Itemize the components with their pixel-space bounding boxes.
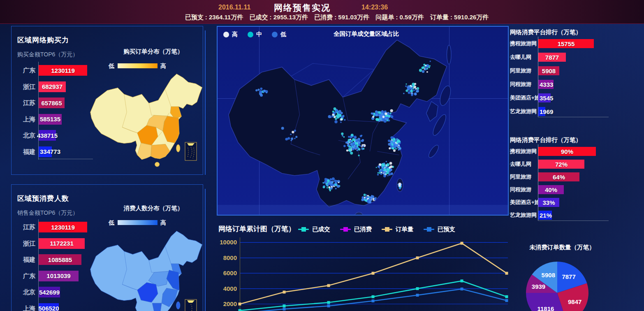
map-legend-item: 中 [248, 31, 262, 38]
line-chart-plot: 200040006000800010000 [217, 220, 509, 311]
south-china-sea-inset [185, 142, 197, 161]
rank-axis [538, 144, 538, 220]
legend-marker-icon [298, 229, 309, 230]
dist-title: 消费人数分布（万笔） [110, 204, 197, 212]
bar-value: 3545 [540, 95, 553, 102]
line-chart-legend: 已成交已消费订单量已预支 [298, 225, 455, 233]
legend-square-icon [301, 227, 306, 232]
cumulative-orders-line-chart: 网络订单累计图（万笔） 已成交已消费订单量已预支 200040006000800… [217, 220, 509, 311]
bar: 21% [538, 211, 552, 220]
header-banner: 2016.11.11 网络预售实况 14:23:36 已预支2364.11万件 … [0, 0, 644, 24]
legend-label: 已成交 [312, 225, 330, 233]
bar-value: 1230119 [51, 67, 75, 74]
bar: 1172231 [39, 238, 85, 249]
pie-title: 未消费订单数量（万笔） [519, 244, 605, 251]
bar-value: 1969 [540, 108, 553, 115]
bar-category-label: 广东 [12, 65, 35, 76]
bar: 3545 [538, 93, 551, 102]
map-title: 全国订单成交量区域占比 [334, 30, 399, 38]
bar-row: 同程旅游4333 [510, 80, 642, 89]
bar-category-label: 广东 [12, 271, 35, 281]
map-legend-item: 低 [272, 31, 286, 38]
line-legend-item: 已预支 [424, 225, 456, 233]
panel-subtitle: 销售金额TOP6（万元） [17, 209, 78, 217]
legend-marker-icon [382, 229, 392, 230]
bar-value: 542699 [39, 289, 60, 296]
map-bottom-strip [218, 205, 508, 215]
bar-category-label: 浙江 [12, 81, 35, 92]
line-legend-item: 已消费 [340, 225, 372, 233]
legend-label: 中 [256, 31, 262, 38]
svg-text:2000: 2000 [223, 300, 237, 307]
bar: 506520 [39, 303, 59, 311]
bar: 1969 [538, 107, 545, 116]
legend-high-label: 高 [160, 63, 166, 70]
bar-category-label: 阿里旅游 [510, 66, 535, 75]
bar-category-label: 福建 [12, 254, 35, 265]
svg-text:5908: 5908 [542, 272, 555, 279]
bar: 657865 [39, 97, 65, 108]
dist-title: 购买订单分布（万笔） [110, 48, 197, 56]
bar: 72% [538, 160, 584, 169]
legend-low-label: 低 [109, 219, 114, 227]
svg-text:3939: 3939 [532, 283, 545, 290]
line-legend-item: 已成交 [298, 225, 330, 233]
bar-row: 阿里旅游64% [510, 172, 642, 181]
bar-value: 4333 [540, 81, 553, 88]
bar: 5908 [538, 66, 559, 75]
bar-axis [38, 219, 39, 311]
bar-category-label: 去哪儿网 [510, 53, 535, 62]
bar-category-label: 浙江 [12, 238, 35, 249]
gradient-legend: 低 高 [109, 63, 183, 69]
page-title: 网络预售实况 [274, 2, 331, 14]
bar-category-label: 携程旅游网 [510, 147, 535, 156]
legend-low-label: 低 [109, 63, 114, 70]
bar-category-label: 江苏 [12, 222, 35, 232]
bar: 1013039 [39, 271, 79, 281]
header-stats: 已预支2364.11万件 已成交2955.13万件 已消费591.03万件 问题… [15, 14, 644, 21]
legend-square-icon [343, 227, 348, 232]
bar: 682937 [39, 81, 66, 92]
bar-category-label: 上海 [12, 303, 35, 311]
bar: 1230119 [39, 222, 87, 232]
legend-square-icon [385, 227, 389, 232]
legend-dot-icon [223, 32, 229, 37]
bar: 40% [538, 185, 564, 194]
bar-value: 438715 [37, 132, 58, 139]
bar-category-label: 美团酒店+旅游 [510, 198, 535, 207]
bar-category-label: 江苏 [12, 97, 35, 108]
bar-value: 15755 [558, 40, 575, 47]
line-legend-item: 订单量 [382, 225, 414, 233]
legend-dot-icon [248, 32, 253, 37]
bar: 4333 [538, 80, 554, 89]
legend-dot-icon [272, 32, 278, 37]
bar: 438715 [39, 130, 56, 141]
stat-consumed: 已消费591.03万件 [314, 14, 369, 21]
bar-value: 40% [545, 186, 557, 193]
gradient-legend: 低 高 [109, 220, 183, 226]
legend-label: 已预支 [438, 225, 456, 233]
svg-text:4000: 4000 [223, 285, 237, 292]
bar-value: 33% [542, 199, 555, 206]
panel-regional-buying-power: 区域网络购买力 购买金额TOP6（万元） 广东1230119浙江682937江苏… [11, 26, 203, 175]
bar-value: 72% [555, 161, 568, 168]
legend-high-label: 高 [160, 219, 166, 227]
bar-axis [38, 62, 39, 160]
map-legend-item: 高 [223, 31, 238, 38]
legend-marker-icon [340, 229, 351, 230]
bar-category-label: 阿里旅游 [510, 172, 535, 181]
bar-row: 去哪儿网72% [510, 160, 642, 169]
legend-label: 高 [232, 31, 238, 38]
bar: 33% [538, 198, 559, 207]
stat-dealt: 已成交2955.13万件 [249, 14, 308, 21]
bar: 334773 [39, 146, 52, 157]
bar-value: 682937 [42, 83, 63, 90]
rank-axis-bottom [538, 220, 609, 221]
bar-value: 90% [561, 148, 573, 155]
legend-label: 订单量 [396, 225, 414, 233]
bar-value: 7877 [545, 54, 559, 61]
bar: 15755 [538, 39, 594, 48]
bar-category-label: 美团酒店+旅游 [510, 93, 535, 102]
bar-category-label: 北京 [12, 130, 35, 141]
dashboard: 2016.11.11 网络预售实况 14:23:36 已预支2364.11万件 … [0, 0, 644, 311]
